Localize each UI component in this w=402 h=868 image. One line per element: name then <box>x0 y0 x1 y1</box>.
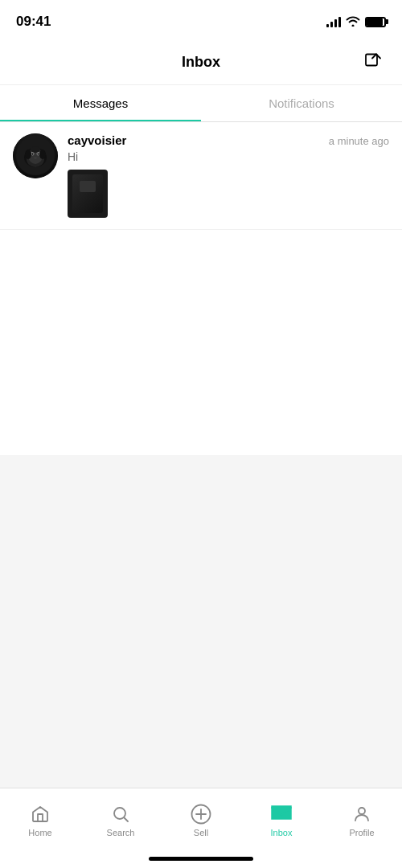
nav-item-profile[interactable]: Profile <box>322 788 402 844</box>
nav-item-search[interactable]: Search <box>80 788 161 844</box>
message-item[interactable]: cayvoisier a minute ago Hi <box>0 122 402 230</box>
tab-messages[interactable]: Messages <box>0 85 201 121</box>
status-time: 09:41 <box>16 14 51 30</box>
svg-line-13 <box>125 817 129 821</box>
inbox-label: Inbox <box>271 828 293 837</box>
empty-content-area <box>0 455 402 788</box>
status-icons <box>326 15 386 29</box>
tabs-bar: Messages Notifications <box>0 85 402 122</box>
profile-icon <box>351 804 372 825</box>
inbox-icon <box>271 804 292 825</box>
nav-item-home[interactable]: Home <box>0 788 80 844</box>
message-preview: Hi <box>68 150 389 163</box>
search-icon <box>110 804 131 825</box>
sell-label: Sell <box>194 828 208 837</box>
product-image <box>72 174 103 213</box>
svg-point-17 <box>359 808 365 814</box>
tab-notifications[interactable]: Notifications <box>201 85 402 121</box>
inbox-header: Inbox <box>0 40 402 85</box>
page-title: Inbox <box>182 54 220 71</box>
nav-item-sell[interactable]: Sell <box>161 788 241 844</box>
home-bar-line <box>149 857 253 861</box>
avatar-image <box>16 137 55 175</box>
search-label: Search <box>107 828 135 837</box>
status-bar: 09:41 <box>0 0 402 40</box>
compose-button[interactable] <box>360 48 386 76</box>
wifi-icon <box>346 15 360 29</box>
svg-point-10 <box>25 149 31 159</box>
svg-point-8 <box>38 153 39 155</box>
message-image-thumbnail <box>68 170 108 218</box>
svg-point-11 <box>39 149 46 159</box>
home-label: Home <box>28 828 51 837</box>
sender-name: cayvoisier <box>68 133 126 147</box>
bottom-nav: Home Search Sell Inbox <box>0 788 402 852</box>
sell-icon <box>191 804 211 825</box>
svg-point-9 <box>31 146 40 153</box>
battery-icon <box>365 17 386 27</box>
svg-point-7 <box>32 153 34 155</box>
home-icon <box>30 804 51 825</box>
profile-label: Profile <box>349 828 374 837</box>
home-indicator <box>0 852 402 868</box>
compose-icon <box>363 51 383 71</box>
message-time: a minute ago <box>329 135 389 147</box>
nav-item-inbox[interactable]: Inbox <box>241 788 322 844</box>
messages-list: cayvoisier a minute ago Hi <box>0 122 402 455</box>
message-content: cayvoisier a minute ago Hi <box>68 133 389 218</box>
avatar <box>13 133 58 178</box>
signal-icon <box>326 16 341 27</box>
